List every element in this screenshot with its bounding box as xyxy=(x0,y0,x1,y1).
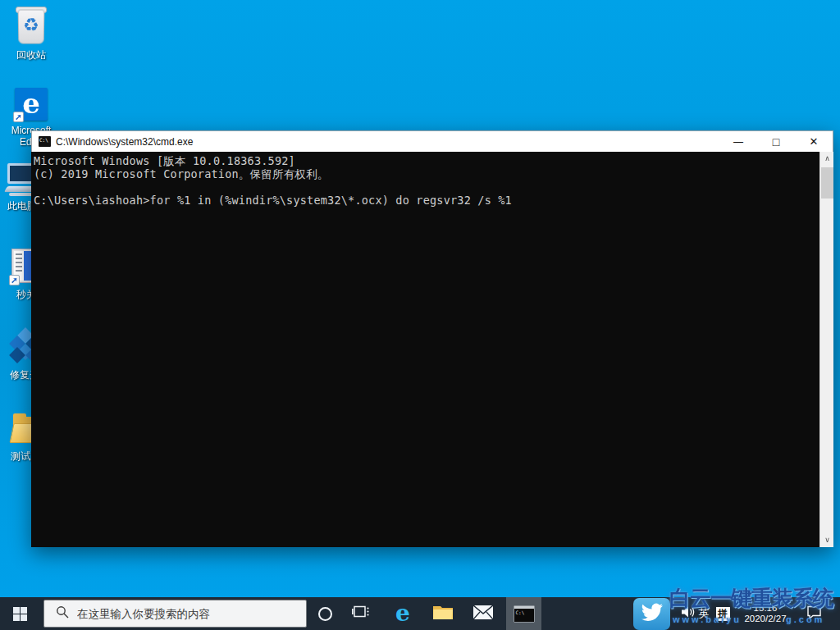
clock-time: 15:16 xyxy=(737,603,794,614)
cmd-titlebar[interactable]: C:\ C:\Windows\system32\cmd.exe — □ ✕ xyxy=(31,130,833,152)
watermark-url-right: g.com xyxy=(786,614,824,624)
windows-logo-icon xyxy=(13,607,27,621)
search-icon xyxy=(56,605,69,622)
cmd-window-icon: C:\ xyxy=(39,136,51,147)
twitter-bird-icon xyxy=(641,603,664,625)
taskbar: e C:\ xyxy=(0,597,840,630)
console-output[interactable]: Microsoft Windows [版本 10.0.18363.592] (c… xyxy=(31,152,819,547)
recycle-bin-label[interactable]: 回收站 xyxy=(0,49,62,61)
mail-button[interactable] xyxy=(472,597,495,630)
task-view-button[interactable] xyxy=(350,597,372,630)
scroll-up-icon[interactable]: ∧ xyxy=(820,152,834,166)
scroll-down-icon[interactable]: ∨ xyxy=(820,533,834,547)
scrollbar-thumb[interactable] xyxy=(821,167,833,199)
console-scrollbar[interactable]: ∧ ∨ xyxy=(819,152,833,547)
cmd-window-title: C:\Windows\system32\cmd.exe xyxy=(56,136,719,148)
console-line: Microsoft Windows [版本 10.0.18363.592] xyxy=(34,154,819,167)
cmd-taskbar-button[interactable]: C:\ xyxy=(506,597,541,630)
search-input[interactable] xyxy=(77,608,290,620)
ime-mode-button[interactable]: 拼 xyxy=(714,597,731,630)
edge-icon: e xyxy=(395,600,410,628)
file-explorer-button[interactable] xyxy=(431,597,454,630)
cortana-icon xyxy=(318,607,332,621)
taskbar-search[interactable] xyxy=(43,600,307,628)
edge-desktop-icon[interactable]: e ➚ xyxy=(15,88,48,121)
twitter-watermark xyxy=(633,598,670,630)
cmd-icon: C:\ xyxy=(514,605,535,623)
start-button[interactable] xyxy=(0,597,39,630)
action-center-button[interactable] xyxy=(802,597,825,630)
console-line xyxy=(34,180,819,194)
edge-taskbar-button[interactable]: e xyxy=(391,597,414,630)
shortcut-arrow-icon: ➚ xyxy=(9,275,20,285)
recycle-symbol-icon: ♻ xyxy=(11,13,51,38)
cortana-button[interactable] xyxy=(314,597,336,630)
minimize-button[interactable]: — xyxy=(719,131,757,152)
task-view-icon xyxy=(352,605,370,622)
mail-icon xyxy=(472,605,494,623)
volume-button[interactable] xyxy=(679,597,697,630)
shortcut-arrow-icon: ➚ xyxy=(13,112,24,122)
ime-language-indicator[interactable]: 英 xyxy=(696,597,711,630)
maximize-button[interactable]: □ xyxy=(757,131,795,152)
console-command-line: C:\Users\iashoah>for %1 in (%windir%\sys… xyxy=(34,194,819,207)
console-line: (c) 2019 Microsoft Corporation。保留所有权利。 xyxy=(34,167,819,180)
watermark-url-left: www.baiyu xyxy=(673,614,742,624)
file-explorer-icon xyxy=(432,603,454,624)
recycle-bin-icon[interactable]: ♻ xyxy=(11,7,51,48)
taskbar-clock[interactable]: 15:16 2020/2/27 xyxy=(737,597,794,630)
close-button[interactable]: ✕ xyxy=(795,131,833,152)
cmd-window: C:\ C:\Windows\system32\cmd.exe — □ ✕ Mi… xyxy=(31,130,833,547)
